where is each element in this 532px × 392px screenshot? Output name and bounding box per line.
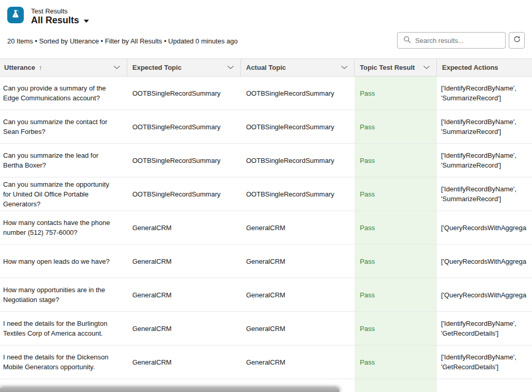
table-row[interactable]: Can you provide a summary of the Edge Co… xyxy=(0,77,532,110)
table-row[interactable]: How many contacts have the phone number … xyxy=(0,211,532,245)
search-box[interactable] xyxy=(397,32,506,49)
column-header-expected-topic[interactable]: Expected Topic xyxy=(127,59,241,76)
expected-actions-cell: ['IdentifyRecordByName', 'SummarizeRecor… xyxy=(437,77,532,110)
actual-topic-cell: GeneralCRM xyxy=(241,312,355,345)
table-row[interactable]: Can you summarize the opportunity for Un… xyxy=(0,177,532,211)
utterance-cell: How many contacts have the phone number … xyxy=(0,211,127,244)
results-table: Utterance ↑ Expected Topic Actual Topic … xyxy=(0,58,532,392)
expected-actions-cell: ['QueryRecordsWithAggrega xyxy=(437,211,532,244)
column-label: Expected Actions xyxy=(442,64,498,71)
expected-topic-cell: OOTBSingleRecordSummary xyxy=(127,110,241,143)
utterance-cell: I need the details for the Dickenson Mob… xyxy=(0,345,127,379)
topic-test-result-cell: Pass xyxy=(355,245,437,278)
topic-test-result-cell: Pass xyxy=(355,177,437,210)
actual-topic-cell: OOTBSingleRecordSummary xyxy=(241,77,355,110)
topic-test-result-cell: Pass xyxy=(355,312,437,345)
actual-topic-cell: GeneralCRM xyxy=(241,345,355,379)
utterance-cell: Can you summarize the lead for Bertha Bo… xyxy=(0,144,127,177)
expected-actions-cell: ['QueryRecordsWithAggrega xyxy=(437,278,532,311)
docked-panel-edge xyxy=(0,388,340,392)
expected-actions-cell: ['IdentifyRecordByName', 'SummarizeRecor… xyxy=(437,177,532,210)
topic-test-result-cell: Pass xyxy=(355,211,437,244)
topic-test-result-cell xyxy=(355,379,437,392)
column-header-topic-test-result[interactable]: Topic Test Result xyxy=(355,59,437,76)
actual-topic-cell: OOTBSingleRecordSummary xyxy=(241,144,355,177)
sort-ascending-icon: ↑ xyxy=(39,64,42,71)
table-row[interactable]: How many opportunities are in the Negoti… xyxy=(0,278,532,312)
topic-test-result-cell: Pass xyxy=(355,110,437,143)
expected-topic-cell: GeneralCRM xyxy=(127,278,241,311)
view-name: All Results xyxy=(31,15,79,26)
flask-icon xyxy=(10,9,21,21)
actual-topic-cell: GeneralCRM xyxy=(241,245,355,278)
column-header-utterance[interactable]: Utterance ↑ xyxy=(0,59,127,76)
search-input[interactable] xyxy=(415,37,498,44)
column-label: Actual Topic xyxy=(246,64,286,71)
actual-topic-cell: GeneralCRM xyxy=(241,278,355,311)
utterance-cell: Can you summarize the contact for Sean F… xyxy=(0,110,127,143)
chevron-down-icon[interactable] xyxy=(341,66,347,69)
expected-topic-cell: OOTBSingleRecordSummary xyxy=(127,77,241,110)
utterance-cell: Can you summarize the opportunity for Un… xyxy=(0,177,127,210)
expected-actions-cell: ['IdentifyRecordByName', 'SummarizeRecor… xyxy=(437,144,532,177)
chevron-down-icon[interactable] xyxy=(227,66,234,69)
test-results-entity-icon xyxy=(7,7,24,23)
refresh-button[interactable] xyxy=(509,32,525,49)
column-header-actual-topic[interactable]: Actual Topic xyxy=(241,59,355,76)
column-label: Expected Topic xyxy=(132,64,181,71)
expected-topic-cell: GeneralCRM xyxy=(127,345,241,379)
list-view-selector[interactable]: All Results xyxy=(31,15,89,26)
expected-topic-cell: GeneralCRM xyxy=(127,245,241,278)
table-row[interactable]: Can you summarize the contact for Sean F… xyxy=(0,110,532,144)
table-row[interactable]: I need the details for the Burlington Te… xyxy=(0,312,532,345)
actual-topic-cell: OOTBSingleRecordSummary xyxy=(241,110,355,143)
topic-test-result-cell: Pass xyxy=(355,77,437,110)
table-row[interactable]: I need the details for the Dickenson Mob… xyxy=(0,345,532,379)
chevron-down-icon[interactable] xyxy=(423,66,430,69)
topic-test-result-cell: Pass xyxy=(355,144,437,177)
entity-label: Test Results xyxy=(31,7,68,15)
expected-actions-cell: ['IdentifyRecordByName', xyxy=(437,379,532,392)
column-label: Topic Test Result xyxy=(360,64,415,71)
view-dropdown-caret-icon xyxy=(84,20,89,23)
actual-topic-cell: GeneralCRM xyxy=(241,211,355,244)
table-row[interactable]: Can you summarize the lead for Bertha Bo… xyxy=(0,144,532,177)
test-results-list-view: Test Results All Results 20 Items • Sort… xyxy=(0,0,532,392)
expected-topic-cell: OOTBSingleRecordSummary xyxy=(127,177,241,210)
column-header-expected-actions[interactable]: Expected Actions xyxy=(437,59,532,76)
utterance-cell: I need the details for the Burlington Te… xyxy=(0,312,127,345)
utterance-cell: How many opportunities are in the Negoti… xyxy=(0,278,127,311)
topic-test-result-cell: Pass xyxy=(355,345,437,379)
utterance-cell: How many open leads do we have? xyxy=(0,245,127,278)
refresh-icon xyxy=(513,35,521,46)
search-icon xyxy=(398,36,415,46)
expected-topic-cell: OOTBSingleRecordSummary xyxy=(127,144,241,177)
expected-actions-cell: ['IdentifyRecordByName', 'GetRecordDetai… xyxy=(437,345,532,379)
column-label: Utterance xyxy=(4,64,35,71)
chevron-down-icon[interactable] xyxy=(114,66,120,69)
expected-actions-cell: ['IdentifyRecordByName', 'SummarizeRecor… xyxy=(437,110,532,143)
table-header-row: Utterance ↑ Expected Topic Actual Topic … xyxy=(0,58,532,77)
topic-test-result-cell: Pass xyxy=(355,278,437,311)
utterance-cell: Can you provide a summary of the Edge Co… xyxy=(0,77,127,110)
expected-topic-cell: GeneralCRM xyxy=(127,211,241,244)
table-row[interactable]: How many open leads do we have? GeneralC… xyxy=(0,245,532,278)
expected-actions-cell: ['QueryRecordsWithAggrega xyxy=(437,245,532,278)
expected-actions-cell: ['IdentifyRecordByName', 'GetRecordDetai… xyxy=(437,312,532,345)
actual-topic-cell: OOTBSingleRecordSummary xyxy=(241,177,355,210)
list-summary: 20 Items • Sorted by Utterance • Filter … xyxy=(7,37,238,45)
expected-topic-cell: GeneralCRM xyxy=(127,312,241,345)
